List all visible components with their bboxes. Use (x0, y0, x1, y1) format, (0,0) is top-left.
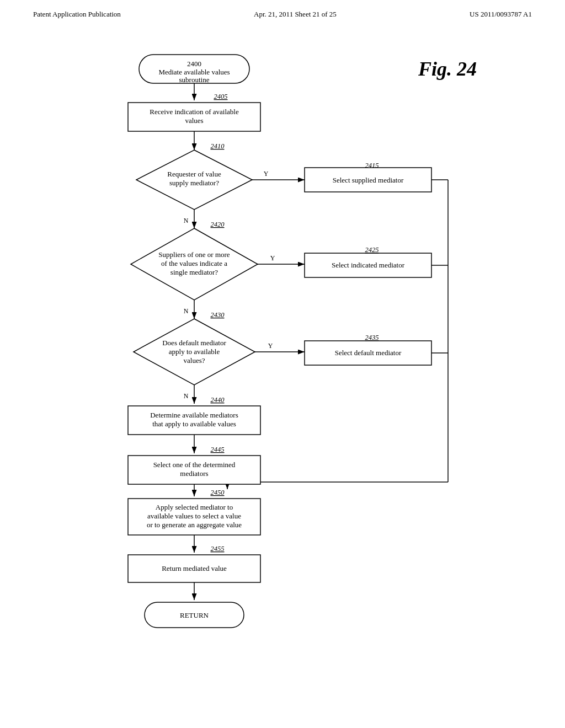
label-2455: 2455 (211, 545, 225, 553)
label-y-2420: Y (270, 254, 275, 262)
node-2405-text1: Receive indication of available (150, 108, 239, 116)
node-2430-text3: values? (184, 356, 205, 365)
node-2400-text2: subroutine (179, 76, 210, 84)
node-2410-text1: Requester of value (167, 170, 221, 178)
node-2445-text1: Select one of the determined (153, 461, 236, 469)
page-header: Patent Application Publication Apr. 21, … (0, 0, 565, 19)
node-2400-text1: Mediate available values (158, 68, 230, 76)
label-2410: 2410 (211, 142, 225, 150)
label-2440: 2440 (211, 396, 225, 404)
label-n-2410: N (184, 217, 189, 224)
node-2425-text: Select indicated mediator (332, 261, 405, 269)
header-right: US 2011/0093787 A1 (470, 10, 532, 19)
node-2430-text2: apply to available (169, 347, 220, 356)
label-2450: 2450 (211, 489, 225, 496)
label-2430: 2430 (211, 311, 225, 319)
node-2450-text1: Apply selected mediator to (156, 503, 233, 511)
label-n-2430: N (184, 392, 189, 400)
node-2400-label: 2400 (187, 60, 201, 68)
node-2455-text: Return mediated value (162, 564, 227, 572)
header-center: Apr. 21, 2011 Sheet 21 of 25 (254, 10, 337, 19)
label-2435: 2435 (365, 334, 379, 341)
node-2435-text: Select default mediator (335, 349, 402, 357)
node-2420-text3: single mediator? (170, 268, 218, 276)
node-2420-text1: Suppliers of one or more (158, 250, 230, 259)
node-2450-text3: or to generate an aggregate value (147, 521, 242, 529)
node-2410-text2: supply mediator? (169, 179, 219, 187)
node-2405-text2: values (185, 116, 203, 125)
label-2445: 2445 (211, 446, 225, 453)
node-2450-text2: available values to select a value (147, 512, 241, 520)
header-left: Patent Application Publication (33, 10, 121, 19)
flowchart-svg: 2400 Mediate available values subroutine… (0, 24, 565, 714)
node-2440-text2: that apply to available values (152, 420, 236, 428)
node-2415-text: Select supplied mediator (333, 176, 404, 184)
label-2420: 2420 (211, 221, 225, 228)
diagram-container: Fig. 24 2400 Mediate available values su… (0, 24, 565, 714)
label-n-2420: N (184, 307, 189, 315)
label-2405: 2405 (214, 93, 228, 100)
label-2425: 2425 (365, 246, 379, 254)
node-return-text: RETURN (180, 611, 209, 619)
node-2420-text2: of the values indicate a (161, 259, 227, 267)
node-2440-text1: Determine available mediators (150, 411, 238, 419)
node-2430-text1: Does default mediator (162, 339, 226, 347)
node-2445-text2: mediators (180, 469, 208, 478)
label-y-2430: Y (268, 342, 273, 350)
label-y-2410: Y (264, 170, 269, 178)
